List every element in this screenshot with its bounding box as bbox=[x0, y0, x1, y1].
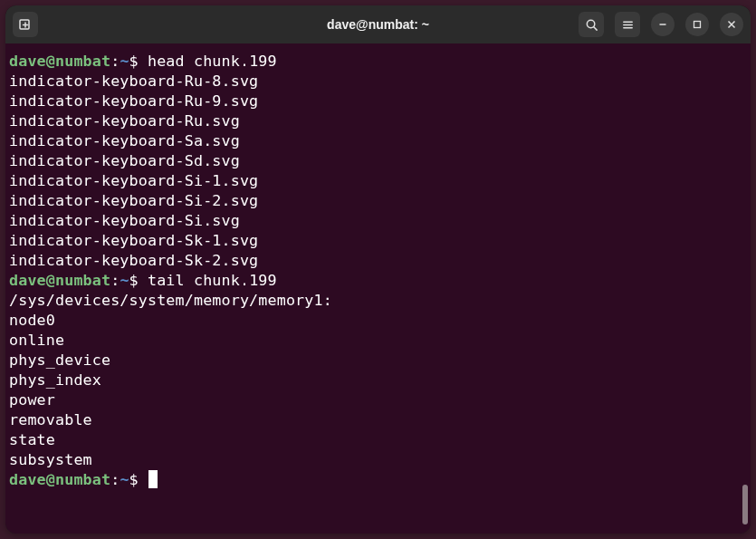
minimize-icon bbox=[658, 20, 667, 29]
cursor bbox=[148, 470, 158, 488]
maximize-button[interactable] bbox=[685, 13, 709, 36]
window-title: dave@numbat: ~ bbox=[327, 17, 429, 32]
output-line: indicator-keyboard-Sk-2.svg bbox=[9, 250, 747, 270]
output-line: indicator-keyboard-Sk-1.svg bbox=[9, 230, 747, 250]
prompt-user-host: dave@numbat bbox=[9, 271, 110, 289]
prompt-line: dave@numbat:~$ head chunk.199 bbox=[9, 51, 747, 71]
prompt-line: dave@numbat:~$ tail chunk.199 bbox=[9, 270, 747, 290]
new-tab-button[interactable] bbox=[13, 12, 38, 37]
new-tab-icon bbox=[18, 17, 33, 32]
titlebar: dave@numbat: ~ bbox=[5, 5, 751, 43]
output-line: indicator-keyboard-Si-2.svg bbox=[9, 190, 747, 210]
prompt-user-host: dave@numbat bbox=[9, 470, 110, 488]
svg-rect-2 bbox=[694, 22, 701, 28]
output-line: subsystem bbox=[9, 449, 747, 469]
search-icon bbox=[585, 18, 598, 32]
terminal-window: dave@numbat: ~ bbox=[5, 5, 751, 534]
output-line: indicator-keyboard-Ru.svg bbox=[9, 111, 747, 130]
output-line: removable bbox=[9, 409, 747, 429]
terminal-body[interactable]: dave@numbat:~$ head chunk.199 indicator-… bbox=[5, 43, 751, 534]
output-line: node0 bbox=[9, 310, 747, 330]
output-line: phys_device bbox=[9, 350, 747, 370]
command-text: tail chunk.199 bbox=[139, 271, 277, 289]
prompt-line-active: dave@numbat:~$ bbox=[9, 469, 747, 489]
close-icon bbox=[727, 20, 736, 29]
output-line: indicator-keyboard-Sa.svg bbox=[9, 130, 747, 150]
prompt-user-host: dave@numbat bbox=[9, 52, 110, 70]
output-line: indicator-keyboard-Ru-8.svg bbox=[9, 71, 747, 91]
maximize-icon bbox=[693, 20, 702, 29]
output-line: online bbox=[9, 330, 747, 350]
hamburger-icon bbox=[621, 18, 635, 32]
output-line: /sys/devices/system/memory/memory1: bbox=[9, 290, 747, 310]
prompt-path: ~ bbox=[120, 52, 129, 70]
output-line: phys_index bbox=[9, 370, 747, 390]
scrollbar-thumb[interactable] bbox=[742, 485, 748, 525]
prompt-path: ~ bbox=[120, 470, 129, 488]
output-line: indicator-keyboard-Sd.svg bbox=[9, 150, 747, 170]
command-text: head chunk.199 bbox=[139, 52, 277, 70]
output-line: power bbox=[9, 390, 747, 409]
output-line: state bbox=[9, 429, 747, 449]
output-line: indicator-keyboard-Si.svg bbox=[9, 210, 747, 230]
output-line: indicator-keyboard-Ru-9.svg bbox=[9, 91, 747, 111]
menu-button[interactable] bbox=[615, 12, 640, 37]
search-button[interactable] bbox=[579, 12, 604, 37]
minimize-button[interactable] bbox=[651, 13, 675, 36]
prompt-path: ~ bbox=[120, 271, 129, 289]
output-line: indicator-keyboard-Si-1.svg bbox=[9, 170, 747, 190]
close-button[interactable] bbox=[720, 13, 743, 36]
